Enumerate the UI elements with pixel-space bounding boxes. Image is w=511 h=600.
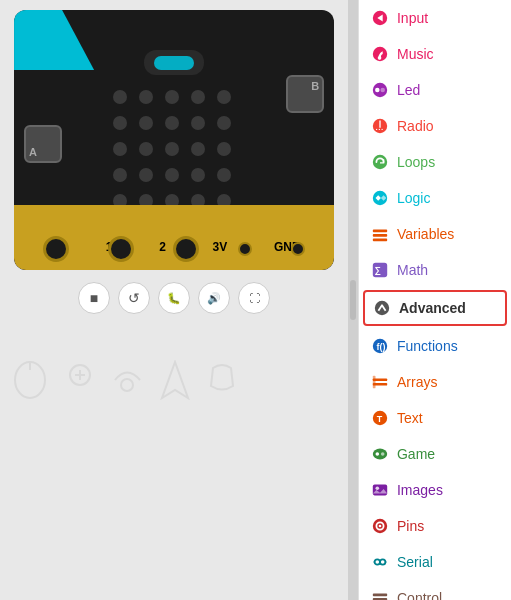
led-dot — [113, 116, 127, 130]
svg-rect-44 — [373, 594, 387, 597]
variables-icon — [371, 225, 389, 243]
simulator-toolbar: ■ ↺ 🐛 🔊 ⛶ — [78, 282, 270, 314]
svg-point-33 — [381, 452, 385, 456]
sidebar-item-images[interactable]: Images — [359, 472, 511, 508]
logic-label: Logic — [397, 190, 430, 206]
images-label: Images — [397, 482, 443, 498]
debug-button[interactable]: 🐛 — [158, 282, 190, 314]
led-dot — [139, 168, 153, 182]
button-a[interactable]: A — [24, 125, 62, 163]
svg-rect-19 — [373, 234, 387, 237]
divider-handle — [350, 280, 356, 320]
sidebar-item-radio[interactable]: . . . Radio — [359, 108, 511, 144]
svg-point-35 — [375, 486, 379, 490]
sidebar-item-control[interactable]: Control — [359, 580, 511, 600]
svg-rect-20 — [373, 239, 387, 242]
math-label: Math — [397, 262, 428, 278]
led-dot — [165, 142, 179, 156]
sidebar-item-game[interactable]: Game — [359, 436, 511, 472]
sidebar-item-pins[interactable]: Pins — [359, 508, 511, 544]
led-grid — [113, 90, 235, 212]
led-dot — [165, 168, 179, 182]
images-icon — [371, 481, 389, 499]
pin-3v — [238, 242, 252, 256]
led-dot — [113, 142, 127, 156]
led-dot — [165, 116, 179, 130]
svg-rect-34 — [373, 485, 387, 496]
led-dot — [191, 142, 205, 156]
restart-button[interactable]: ↺ — [118, 282, 150, 314]
led-dot — [139, 90, 153, 104]
sidebar-item-loops[interactable]: Loops — [359, 144, 511, 180]
sidebar-item-arrays[interactable]: Arrays — [359, 364, 511, 400]
led-dot — [217, 90, 231, 104]
pin-1[interactable] — [108, 236, 134, 262]
text-label: Text — [397, 410, 423, 426]
svg-rect-28 — [373, 376, 376, 389]
pin-0[interactable] — [43, 236, 69, 262]
control-label: Control — [397, 590, 442, 600]
pin-2[interactable] — [173, 236, 199, 262]
simulator-panel: A B 0 1 2 3V GND ■ ↺ � — [0, 0, 348, 600]
game-label: Game — [397, 446, 435, 462]
button-b[interactable]: B — [286, 75, 324, 113]
sidebar-item-led[interactable]: Led — [359, 72, 511, 108]
button-b-label: B — [311, 80, 319, 92]
sidebar-item-input[interactable]: Input — [359, 0, 511, 36]
svg-point-40 — [380, 559, 385, 564]
svg-point-9 — [375, 88, 380, 93]
serial-label: Serial — [397, 554, 433, 570]
fullscreen-button[interactable]: ⛶ — [238, 282, 270, 314]
music-label: Music — [397, 46, 434, 62]
advanced-label: Advanced — [399, 300, 466, 316]
svg-point-10 — [380, 88, 385, 93]
sidebar-item-variables[interactable]: Variables — [359, 216, 511, 252]
led-icon — [371, 81, 389, 99]
arrays-icon — [371, 373, 389, 391]
background-decoration — [0, 350, 348, 600]
led-dot — [165, 90, 179, 104]
panel-divider — [348, 0, 358, 600]
sidebar-item-math[interactable]: ∑ Math — [359, 252, 511, 288]
pin-gnd — [291, 242, 305, 256]
led-dot — [191, 116, 205, 130]
control-icon — [371, 589, 389, 600]
led-dot — [139, 142, 153, 156]
sidebar-item-text[interactable]: T Text — [359, 400, 511, 436]
svg-text:f(): f() — [376, 342, 385, 352]
led-label: Led — [397, 82, 420, 98]
microbit-simulator: A B 0 1 2 3V GND — [14, 10, 334, 270]
svg-point-38 — [379, 525, 382, 528]
functions-label: Functions — [397, 338, 458, 354]
sidebar-item-functions[interactable]: f() Functions — [359, 328, 511, 364]
led-dot — [217, 142, 231, 156]
audio-button[interactable]: 🔊 — [198, 282, 230, 314]
pins-area: 0 1 2 3V GND — [14, 205, 334, 270]
sidebar-item-logic[interactable]: Logic — [359, 180, 511, 216]
sidebar-item-music[interactable]: Music — [359, 36, 511, 72]
input-icon — [371, 9, 389, 27]
led-dot — [139, 116, 153, 130]
led-dot — [113, 90, 127, 104]
pins-icon — [371, 517, 389, 535]
radio-icon: . . . — [371, 117, 389, 135]
math-icon: ∑ — [371, 261, 389, 279]
arrays-label: Arrays — [397, 374, 437, 390]
sidebar-item-advanced[interactable]: Advanced — [363, 290, 507, 326]
logic-icon — [371, 189, 389, 207]
corner-decoration — [14, 10, 94, 70]
stop-button[interactable]: ■ — [78, 282, 110, 314]
svg-text:∑: ∑ — [375, 265, 381, 275]
sidebar-item-serial[interactable]: Serial — [359, 544, 511, 580]
advanced-icon — [373, 299, 391, 317]
text-icon: T — [371, 409, 389, 427]
svg-text:T: T — [377, 414, 383, 424]
pin-holes — [24, 236, 324, 262]
led-dot — [217, 168, 231, 182]
led-dot — [191, 90, 205, 104]
svg-point-16 — [373, 155, 387, 169]
blocks-sidebar: Input Music Led . . . Radio — [358, 0, 511, 600]
svg-text:.: . — [381, 123, 383, 132]
game-icon — [371, 445, 389, 463]
led-eyes — [154, 56, 194, 70]
